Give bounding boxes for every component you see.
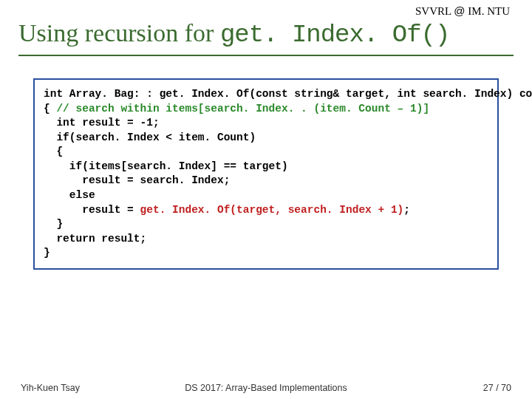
code-line-2a: { (44, 103, 56, 115)
code-block: int Array. Bag: : get. Index. Of(const s… (33, 78, 499, 270)
code-line-12: } (44, 247, 50, 259)
lab-name: SVVRL (415, 5, 451, 17)
dept-name: IM. NTU (468, 5, 510, 17)
code-recursive-call: get. Index. Of(target, search. Index + 1… (140, 204, 404, 216)
title-container: Using recursion for get. Index. Of() (0, 19, 532, 55)
content-area: int Array. Bag: : get. Index. Of(const s… (0, 56, 532, 292)
slide-title: Using recursion for get. Index. Of() (18, 19, 514, 49)
code-line-6: if(items[search. Index] == target) (44, 160, 288, 172)
footer-page: 27 / 70 (483, 383, 511, 393)
code-line-8: else (44, 189, 95, 201)
code-line-10: } (44, 218, 63, 230)
title-prefix: Using recursion for (18, 19, 220, 47)
footer-course: DS 2017: Array-Based Implementations (185, 383, 347, 393)
code-line-4: if(search. Index < item. Count) (44, 132, 256, 143)
code-comment: // search within items[search. Index. . … (56, 103, 429, 115)
footer-author: Yih-Kuen Tsay (21, 383, 80, 393)
code-line-5: { (44, 146, 63, 157)
code-line-7: result = search. Index; (44, 174, 230, 186)
title-mono: get. Index. Of() (220, 21, 449, 49)
footer: Yih-Kuen Tsay DS 2017: Array-Based Imple… (0, 383, 532, 393)
code-line-9c: ; (403, 204, 410, 216)
at-symbol: @ (454, 4, 465, 17)
header-right: SVVRL @ IM. NTU (0, 0, 532, 19)
code-line-9a: result = (44, 204, 140, 216)
code-line-11: return result; (44, 233, 146, 245)
code-line-1: int Array. Bag: : get. Index. Of(const s… (44, 88, 532, 100)
code-line-3: int result = -1; (44, 117, 160, 129)
